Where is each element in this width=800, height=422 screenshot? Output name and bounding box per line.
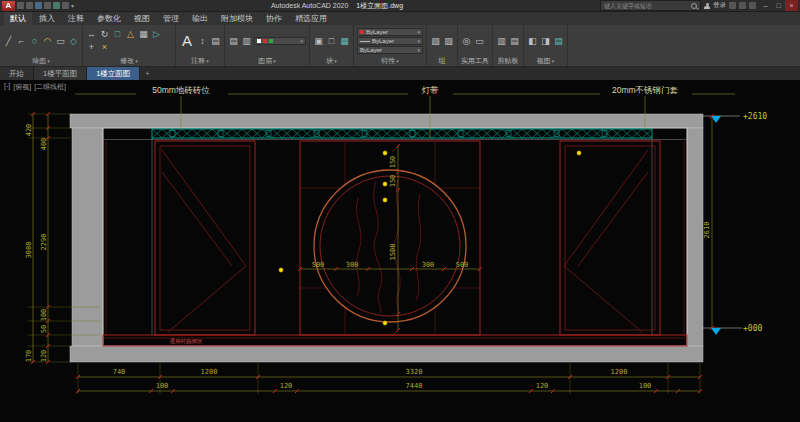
tool-icon[interactable]: ╱ <box>3 36 14 47</box>
tool-icon[interactable]: ▷ <box>151 29 162 40</box>
viewport-menu-button[interactable]: [-] <box>4 82 10 92</box>
panel-view-label[interactable]: 视图▾ <box>527 56 564 66</box>
tool-icon[interactable]: + <box>86 42 97 53</box>
tool-icon[interactable]: ▥ <box>496 36 507 47</box>
model-space-canvas[interactable]: [-] [俯视] [二维线框] <box>0 80 800 422</box>
tool-icon[interactable]: × <box>99 42 110 53</box>
tool-icon[interactable]: ▤ <box>553 36 564 47</box>
linetype-dropdown[interactable]: ByLayer▾ <box>357 46 423 54</box>
dim-left: 50 <box>40 325 48 333</box>
tool-icon[interactable]: ◎ <box>461 36 472 47</box>
panel-layers-label[interactable]: 图层▾ <box>228 56 306 66</box>
panel-draw-label[interactable]: 绘图▾ <box>3 56 79 66</box>
ribbon-panel-modify: ↔↻□△▦▷+× 修改▾ <box>83 25 176 66</box>
grip-dot[interactable] <box>577 151 581 155</box>
tool-icon[interactable]: ▤ <box>509 36 520 47</box>
search-icon[interactable] <box>691 3 697 9</box>
tool-icon[interactable]: ▭ <box>474 36 485 47</box>
caret-down-icon: ▾ <box>273 58 276 64</box>
autocad-app-button[interactable]: A <box>2 1 15 11</box>
layer-color-chip <box>263 39 267 43</box>
tool-icon[interactable]: ↻ <box>99 29 110 40</box>
tool-icon[interactable]: ◧ <box>527 36 538 47</box>
chevron-down-icon: ▾ <box>300 38 303 44</box>
ribbon-tab-collaborate[interactable]: 协作 <box>260 12 288 25</box>
tool-icon[interactable]: ▨ <box>443 36 454 47</box>
maximize-button[interactable]: □ <box>772 0 785 11</box>
tool-icon[interactable]: ▦ <box>339 36 350 47</box>
tool-icon[interactable]: ○ <box>29 36 40 47</box>
tool-icon[interactable]: ▦ <box>138 29 149 40</box>
ribbon-panel-block: ▣□▦ 块▾ <box>310 25 354 66</box>
redo-icon[interactable] <box>62 2 69 9</box>
ribbon-panel-annotation: A ↕▤ 注释▾ <box>176 25 225 66</box>
layer-dropdown[interactable]: ▾ <box>254 37 306 45</box>
text-tool-icon[interactable]: A <box>179 28 195 54</box>
file-tab-floorplan[interactable]: 1楼平面图 <box>34 67 87 80</box>
grip-dot[interactable] <box>383 198 387 202</box>
file-tab-start[interactable]: 开始 <box>0 67 34 80</box>
new-drawing-tab-button[interactable]: + <box>140 67 154 80</box>
open-file-icon[interactable] <box>26 2 33 9</box>
object-color-dropdown[interactable]: ByLayer▾ <box>357 28 423 36</box>
search-input[interactable] <box>604 3 688 9</box>
panel-label-text: 修改 <box>120 57 134 64</box>
bylayer-value: ByLayer <box>366 29 388 35</box>
panel-utilities-label[interactable]: 实用工具 <box>461 56 489 66</box>
ribbon-tab-output[interactable]: 输出 <box>186 12 214 25</box>
ribbon-tab-home[interactable]: 默认 <box>4 12 32 25</box>
signin-label[interactable]: 登录 <box>713 1 726 10</box>
center-feature-wall <box>106 141 684 335</box>
grip-dot[interactable] <box>383 151 387 155</box>
tool-icon[interactable]: ↔ <box>86 29 97 40</box>
plot-icon[interactable] <box>44 2 51 9</box>
tool-icon[interactable]: ▣ <box>313 36 324 47</box>
panel-annotation-label[interactable]: 注释▾ <box>179 56 221 66</box>
panel-properties-label[interactable]: 特性▾ <box>357 56 423 66</box>
panel-label-text: 剪贴板 <box>498 57 519 64</box>
tool-icon[interactable]: ◇ <box>68 36 79 47</box>
ribbon-tab-annotate[interactable]: 注释 <box>62 12 90 25</box>
account-icon[interactable] <box>704 3 710 9</box>
panel-label-text: 组 <box>439 57 446 64</box>
grip-dot[interactable] <box>279 268 283 272</box>
panel-clipboard-label[interactable]: 剪贴板 <box>496 56 520 66</box>
tool-icon[interactable]: ▧ <box>430 36 441 47</box>
visual-style-button[interactable]: [二维线框] <box>34 82 66 92</box>
new-file-icon[interactable] <box>17 2 24 9</box>
tool-icon[interactable]: ⌐ <box>16 36 27 47</box>
ribbon-tab-featured-apps[interactable]: 精选应用 <box>289 12 333 25</box>
ribbon-tab-parametric[interactable]: 参数化 <box>91 12 127 25</box>
stay-connected-icon[interactable] <box>739 2 746 9</box>
autodesk-app-store-icon[interactable] <box>729 2 736 9</box>
grip-dot[interactable] <box>383 182 387 186</box>
tool-icon[interactable]: ◠ <box>42 36 53 47</box>
panel-modify-label[interactable]: 修改▾ <box>86 56 172 66</box>
help-search-box[interactable] <box>600 0 701 11</box>
file-tab-elevation[interactable]: 1楼立面图 <box>87 67 140 80</box>
close-button[interactable]: × <box>785 0 798 11</box>
panel-groups-label[interactable]: 组 <box>430 56 454 66</box>
tool-icon[interactable]: ▭ <box>55 36 66 47</box>
lineweight-dropdown[interactable]: ByLayer▾ <box>357 37 423 45</box>
ribbon-tab-addins[interactable]: 附加模块 <box>215 12 259 25</box>
tool-icon[interactable]: ◨ <box>540 36 551 47</box>
tool-icon[interactable]: □ <box>326 36 337 47</box>
minimize-button[interactable]: – <box>759 0 772 11</box>
view-orientation-button[interactable]: [俯视] <box>13 82 31 92</box>
ribbon-tab-insert[interactable]: 插入 <box>33 12 61 25</box>
downlight-icon <box>410 131 415 137</box>
save-icon[interactable] <box>35 2 42 9</box>
ribbon-tab-view[interactable]: 视图 <box>128 12 156 25</box>
undo-icon[interactable] <box>53 2 60 9</box>
panel-block-label[interactable]: 块▾ <box>313 56 350 66</box>
grip-dot[interactable] <box>383 321 387 325</box>
layer-tools: ▤▥ ▾ <box>228 26 306 56</box>
downlight-icon <box>458 131 463 137</box>
help-icon[interactable] <box>749 2 756 9</box>
ribbon-tab-manage[interactable]: 管理 <box>157 12 185 25</box>
qat-customize-caret-icon[interactable]: ▾ <box>71 3 74 9</box>
tool-icon[interactable]: △ <box>125 29 136 40</box>
ribbon-empty-space <box>568 25 800 66</box>
tool-icon[interactable]: □ <box>112 29 123 40</box>
